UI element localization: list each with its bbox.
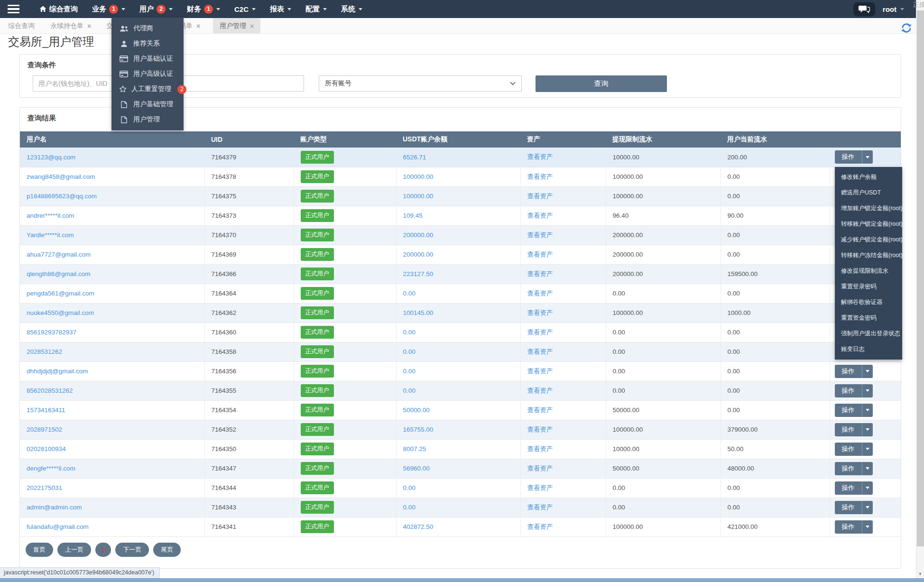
row-action-label[interactable]: 操作 (835, 384, 862, 397)
username-link[interactable]: 2028971502 (27, 426, 62, 433)
tab-close-icon[interactable]: × (196, 23, 200, 29)
row-action-label[interactable]: 操作 (835, 501, 862, 514)
action-menu-item[interactable]: 修改提现限制流水 (835, 263, 902, 279)
action-menu-item[interactable]: 转移账户冻结金额(root) (835, 248, 902, 263)
row-action-label[interactable]: 操作 (835, 520, 862, 534)
row-action-caret-icon[interactable] (862, 443, 873, 456)
row-action-label[interactable]: 操作 (835, 423, 862, 436)
action-menu-item[interactable]: 赠送用户USDT (835, 185, 902, 201)
action-menu-item[interactable]: 强制用户退出登录状态 (835, 326, 902, 342)
view-assets-link[interactable]: 查看资产 (527, 153, 553, 160)
username-link[interactable]: admin@admin.com (27, 504, 82, 511)
view-assets-link[interactable]: 查看资产 (527, 368, 553, 375)
username-link[interactable]: p18488695623@qq.com (27, 193, 97, 200)
username-link[interactable]: qlength86@gmail.com (27, 270, 91, 277)
row-action-caret-icon[interactable] (862, 520, 873, 534)
usdt-balance-link[interactable]: 200000.00 (403, 231, 434, 239)
nav-item-c2c[interactable]: C2C (234, 5, 256, 13)
tab-perpetual-positions[interactable]: 永续持仓单 × (46, 18, 96, 34)
usdt-balance-link[interactable]: 0.00 (403, 387, 416, 394)
view-assets-link[interactable]: 查看资产 (527, 465, 553, 472)
nav-item-config[interactable]: 配置 (305, 5, 327, 14)
horizontal-scrollbar[interactable] (0, 578, 924, 582)
account-type-select[interactable]: 所有账号 (319, 75, 522, 92)
row-action-button[interactable]: 操作 (835, 404, 873, 417)
nav-item-business[interactable]: 业务 1 (92, 5, 125, 14)
usdt-balance-link[interactable]: 100000.00 (403, 193, 434, 200)
action-menu-item[interactable]: 转移账户锁定金额(root) (835, 216, 902, 232)
pagination-prev[interactable]: 上一页 (57, 543, 91, 557)
action-menu-item[interactable]: 修改账户余额 (835, 169, 902, 185)
row-action-label[interactable]: 操作 (835, 150, 862, 164)
view-assets-link[interactable]: 查看资产 (527, 309, 553, 316)
tab-overview[interactable]: 综合查询 (3, 18, 39, 34)
username-link[interactable]: 8562028531262 (27, 387, 73, 394)
tab-close-icon[interactable]: × (87, 23, 91, 29)
view-assets-link[interactable]: 查看资产 (527, 387, 553, 394)
username-link[interactable]: fulandafu@gmail.com (27, 523, 89, 530)
view-assets-link[interactable]: 查看资产 (527, 270, 553, 277)
username-link[interactable]: 2028531262 (27, 348, 62, 355)
chat-button[interactable] (853, 2, 875, 16)
row-action-button[interactable]: 操作 (835, 365, 873, 378)
pagination-first[interactable]: 首页 (26, 543, 53, 557)
usdt-balance-link[interactable]: 100000.00 (403, 173, 434, 180)
row-action-caret-icon[interactable] (862, 462, 873, 475)
username-link[interactable]: dhhdjdjdj@gmail.com (27, 368, 88, 375)
menu-item-agents[interactable]: 代理商 (111, 21, 184, 36)
view-assets-link[interactable]: 查看资产 (527, 173, 553, 180)
action-menu-item[interactable]: 增加账户锁定金额(root) (835, 201, 902, 216)
menu-item-user-mgmt[interactable]: 用户管理 (111, 112, 184, 127)
row-action-button[interactable]: 操作 (835, 481, 873, 495)
nav-item-overview[interactable]: 综合查询 (39, 5, 78, 14)
username-link[interactable]: nuoke4550@gmail.com (27, 309, 94, 316)
usdt-balance-link[interactable]: 6526.71 (403, 154, 426, 161)
row-action-button[interactable]: 操作 (835, 384, 873, 397)
usdt-balance-link[interactable]: 165755.00 (403, 426, 434, 433)
action-menu-item[interactable]: 重置资金密码 (835, 310, 902, 326)
username-link[interactable]: dengfe*****il.com (27, 465, 75, 472)
pagination-current-page[interactable]: 1 (95, 543, 111, 557)
view-assets-link[interactable]: 查看资产 (527, 348, 553, 355)
usdt-balance-link[interactable]: 0.00 (403, 484, 416, 491)
view-assets-link[interactable]: 查看资产 (527, 484, 553, 491)
pagination-next[interactable]: 下一页 (115, 543, 149, 557)
view-assets-link[interactable]: 查看资产 (527, 329, 553, 336)
row-action-label[interactable]: 操作 (835, 404, 862, 417)
view-assets-link[interactable]: 查看资产 (527, 290, 553, 297)
usdt-balance-link[interactable]: 50000.00 (403, 406, 430, 414)
row-action-button[interactable]: 操作 (835, 501, 873, 514)
username-link[interactable]: andrer*****il.com (27, 212, 74, 219)
row-action-caret-icon[interactable] (862, 150, 873, 164)
username-link[interactable]: pengda561@gmail.com (27, 290, 94, 297)
action-menu-item[interactable]: 账变日志 (835, 342, 902, 357)
row-action-label[interactable]: 操作 (835, 443, 862, 456)
view-assets-link[interactable]: 查看资产 (527, 504, 553, 511)
action-menu-item[interactable]: 减少账户锁定金额(root) (835, 232, 902, 248)
row-action-caret-icon[interactable] (862, 481, 873, 495)
menu-item-basic-kyc[interactable]: 用户基础认证 (111, 51, 184, 66)
nav-item-users[interactable]: 用户 2 (139, 5, 173, 14)
view-assets-link[interactable]: 查看资产 (527, 523, 553, 530)
username-link[interactable]: 2022175031 (27, 484, 62, 491)
username-link[interactable]: 85619293782937 (27, 329, 76, 336)
username-link[interactable]: 123123@qq.com (27, 154, 75, 161)
action-menu-item[interactable]: 重置登录密码 (835, 279, 902, 295)
row-action-button[interactable]: 操作 (835, 150, 873, 164)
view-assets-link[interactable]: 查看资产 (527, 426, 553, 433)
username-link[interactable]: ahua7727@gmail.com (27, 251, 91, 258)
row-action-caret-icon[interactable] (862, 423, 873, 436)
username-link[interactable]: Yardle*****il.com (27, 231, 74, 239)
action-menu-item[interactable]: 解绑谷歌验证器 (835, 295, 902, 310)
menu-item-referrals[interactable]: 推荐关系 (111, 36, 184, 51)
row-action-button[interactable]: 操作 (835, 423, 873, 436)
usdt-balance-link[interactable]: 402872.50 (403, 523, 434, 530)
row-action-caret-icon[interactable] (862, 384, 873, 397)
usdt-balance-link[interactable]: 56960.00 (403, 465, 430, 472)
view-assets-link[interactable]: 查看资产 (527, 212, 553, 219)
usdt-balance-link[interactable]: 0.00 (403, 290, 416, 297)
row-action-label[interactable]: 操作 (835, 462, 862, 475)
vertical-scrollbar[interactable]: ▼ (916, 0, 924, 578)
menu-item-manual-reset[interactable]: 人工重置管理 2 (111, 82, 184, 97)
username-link[interactable]: 15734163411 (27, 406, 65, 414)
